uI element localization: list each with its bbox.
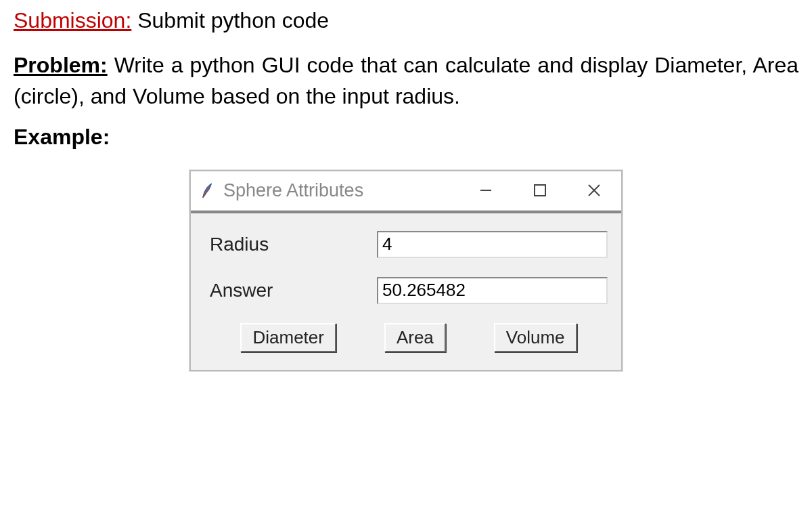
volume-button[interactable]: Volume	[494, 323, 577, 352]
problem-line: Problem: Write a python GUI code that ca…	[14, 49, 798, 112]
submission-line: Submission: Submit python code	[14, 8, 798, 33]
window-title: Sphere Attributes	[223, 180, 363, 201]
answer-input[interactable]	[377, 277, 608, 304]
problem-text: Write a python GUI code that can calcula…	[14, 53, 798, 108]
answer-label: Answer	[210, 280, 377, 301]
answer-row: Answer	[210, 277, 608, 304]
example-label: Example:	[14, 125, 798, 150]
maximize-icon[interactable]	[531, 181, 549, 200]
close-icon[interactable]	[585, 181, 604, 200]
radius-label: Radius	[210, 234, 377, 255]
button-row: Diameter Area Volume	[210, 323, 608, 352]
svg-rect-1	[535, 185, 545, 196]
titlebar: Sphere Attributes	[191, 171, 621, 211]
feather-icon	[200, 181, 215, 200]
window-controls	[476, 181, 616, 200]
example-area: Sphere Attributes Radius Answer	[14, 170, 798, 371]
tk-window: Sphere Attributes Radius Answer	[189, 170, 623, 371]
submission-text: Submit python code	[131, 8, 329, 33]
problem-label: Problem:	[14, 53, 108, 77]
area-button[interactable]: Area	[384, 323, 446, 352]
radius-input[interactable]	[377, 231, 608, 258]
minimize-icon[interactable]	[476, 181, 495, 200]
radius-row: Radius	[210, 231, 608, 258]
submission-label: Submission:	[14, 8, 131, 33]
window-body: Radius Answer Diameter Area Volume	[191, 211, 621, 370]
diameter-button[interactable]: Diameter	[240, 323, 336, 352]
